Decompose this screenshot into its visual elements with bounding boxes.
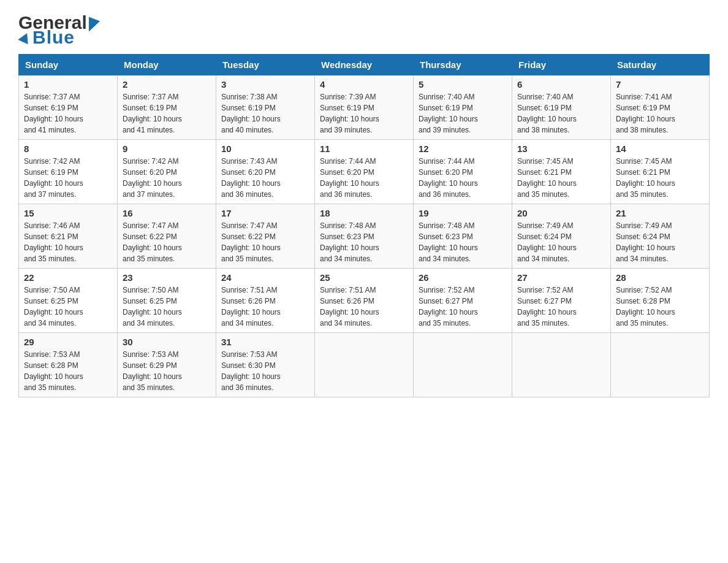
day-number: 25 — [320, 272, 408, 283]
day-info: Sunrise: 7:40 AMSunset: 6:19 PMDaylight:… — [419, 91, 507, 136]
col-header-monday: Monday — [118, 55, 216, 75]
week-row-2: 8 Sunrise: 7:42 AMSunset: 6:19 PMDayligh… — [19, 140, 710, 204]
week-row-3: 15 Sunrise: 7:46 AMSunset: 6:21 PMDaylig… — [19, 204, 710, 269]
day-info: Sunrise: 7:38 AMSunset: 6:19 PMDaylight:… — [221, 91, 309, 136]
col-header-saturday: Saturday — [611, 55, 710, 75]
day-number: 11 — [320, 144, 408, 154]
day-info: Sunrise: 7:37 AMSunset: 6:19 PMDaylight:… — [24, 91, 112, 136]
calendar-cell — [512, 333, 611, 397]
calendar-cell: 22 Sunrise: 7:50 AMSunset: 6:25 PMDaylig… — [19, 269, 118, 333]
day-info: Sunrise: 7:47 AMSunset: 6:22 PMDaylight:… — [123, 220, 211, 264]
week-row-5: 29 Sunrise: 7:53 AMSunset: 6:28 PMDaylig… — [19, 333, 710, 397]
calendar-cell: 29 Sunrise: 7:53 AMSunset: 6:28 PMDaylig… — [19, 333, 118, 397]
calendar-cell: 28 Sunrise: 7:52 AMSunset: 6:28 PMDaylig… — [611, 269, 710, 333]
day-number: 12 — [419, 144, 507, 154]
day-info: Sunrise: 7:39 AMSunset: 6:19 PMDaylight:… — [320, 91, 408, 136]
calendar-cell: 18 Sunrise: 7:48 AMSunset: 6:23 PMDaylig… — [315, 204, 414, 269]
calendar-cell: 14 Sunrise: 7:45 AMSunset: 6:21 PMDaylig… — [611, 140, 710, 204]
day-info: Sunrise: 7:52 AMSunset: 6:28 PMDaylight:… — [616, 285, 704, 329]
day-number: 31 — [221, 337, 309, 347]
day-number: 10 — [221, 144, 309, 154]
day-number: 30 — [123, 337, 211, 347]
day-info: Sunrise: 7:51 AMSunset: 6:26 PMDaylight:… — [221, 285, 309, 329]
calendar-cell: 19 Sunrise: 7:48 AMSunset: 6:23 PMDaylig… — [414, 204, 512, 269]
day-number: 23 — [123, 272, 211, 283]
day-number: 28 — [616, 272, 704, 283]
day-number: 7 — [616, 79, 704, 90]
calendar-cell: 25 Sunrise: 7:51 AMSunset: 6:26 PMDaylig… — [315, 269, 414, 333]
calendar-cell: 1 Sunrise: 7:37 AMSunset: 6:19 PMDayligh… — [19, 75, 118, 140]
logo-triangle-icon — [18, 31, 32, 44]
calendar-cell: 20 Sunrise: 7:49 AMSunset: 6:24 PMDaylig… — [512, 204, 611, 269]
day-number: 14 — [616, 144, 704, 154]
column-headers-row: SundayMondayTuesdayWednesdayThursdayFrid… — [19, 55, 710, 75]
day-info: Sunrise: 7:41 AMSunset: 6:19 PMDaylight:… — [616, 91, 704, 136]
day-info: Sunrise: 7:44 AMSunset: 6:20 PMDaylight:… — [419, 156, 507, 200]
calendar-cell: 11 Sunrise: 7:44 AMSunset: 6:20 PMDaylig… — [315, 140, 414, 204]
day-info: Sunrise: 7:50 AMSunset: 6:25 PMDaylight:… — [123, 285, 211, 329]
day-number: 19 — [419, 208, 507, 218]
calendar-body: 1 Sunrise: 7:37 AMSunset: 6:19 PMDayligh… — [19, 75, 710, 397]
day-number: 13 — [517, 144, 605, 154]
calendar-cell: 5 Sunrise: 7:40 AMSunset: 6:19 PMDayligh… — [414, 75, 512, 140]
day-number: 9 — [123, 144, 211, 154]
day-number: 17 — [221, 208, 309, 218]
day-number: 20 — [517, 208, 605, 218]
day-number: 5 — [419, 79, 507, 90]
day-info: Sunrise: 7:51 AMSunset: 6:26 PMDaylight:… — [320, 285, 408, 329]
calendar-cell — [414, 333, 512, 397]
calendar-table: SundayMondayTuesdayWednesdayThursdayFrid… — [18, 54, 710, 397]
day-number: 4 — [320, 79, 408, 90]
day-number: 27 — [517, 272, 605, 283]
calendar-cell: 8 Sunrise: 7:42 AMSunset: 6:19 PMDayligh… — [19, 140, 118, 204]
day-number: 29 — [24, 337, 112, 347]
day-info: Sunrise: 7:49 AMSunset: 6:24 PMDaylight:… — [517, 220, 605, 264]
day-number: 24 — [221, 272, 309, 283]
calendar-cell: 6 Sunrise: 7:40 AMSunset: 6:19 PMDayligh… — [512, 75, 611, 140]
calendar-cell: 16 Sunrise: 7:47 AMSunset: 6:22 PMDaylig… — [118, 204, 216, 269]
day-number: 8 — [24, 144, 112, 154]
day-number: 2 — [123, 79, 211, 90]
calendar-cell: 31 Sunrise: 7:53 AMSunset: 6:30 PMDaylig… — [216, 333, 315, 397]
day-info: Sunrise: 7:50 AMSunset: 6:25 PMDaylight:… — [24, 285, 112, 329]
calendar-cell: 26 Sunrise: 7:52 AMSunset: 6:27 PMDaylig… — [414, 269, 512, 333]
day-info: Sunrise: 7:48 AMSunset: 6:23 PMDaylight:… — [320, 220, 408, 264]
calendar-cell: 15 Sunrise: 7:46 AMSunset: 6:21 PMDaylig… — [19, 204, 118, 269]
calendar-cell: 24 Sunrise: 7:51 AMSunset: 6:26 PMDaylig… — [216, 269, 315, 333]
day-info: Sunrise: 7:46 AMSunset: 6:21 PMDaylight:… — [24, 220, 112, 264]
day-info: Sunrise: 7:42 AMSunset: 6:19 PMDaylight:… — [24, 156, 112, 200]
calendar-cell: 30 Sunrise: 7:53 AMSunset: 6:29 PMDaylig… — [118, 333, 216, 397]
day-info: Sunrise: 7:40 AMSunset: 6:19 PMDaylight:… — [517, 91, 605, 136]
calendar-cell: 23 Sunrise: 7:50 AMSunset: 6:25 PMDaylig… — [118, 269, 216, 333]
calendar-cell: 13 Sunrise: 7:45 AMSunset: 6:21 PMDaylig… — [512, 140, 611, 204]
day-number: 18 — [320, 208, 408, 218]
day-number: 26 — [419, 272, 507, 283]
day-info: Sunrise: 7:37 AMSunset: 6:19 PMDaylight:… — [123, 91, 211, 136]
day-info: Sunrise: 7:53 AMSunset: 6:30 PMDaylight:… — [221, 349, 309, 393]
col-header-friday: Friday — [512, 55, 611, 75]
day-number: 22 — [24, 272, 112, 283]
day-info: Sunrise: 7:49 AMSunset: 6:24 PMDaylight:… — [616, 220, 704, 264]
day-info: Sunrise: 7:44 AMSunset: 6:20 PMDaylight:… — [320, 156, 408, 200]
day-info: Sunrise: 7:52 AMSunset: 6:27 PMDaylight:… — [419, 285, 507, 329]
day-number: 3 — [221, 79, 309, 90]
day-info: Sunrise: 7:45 AMSunset: 6:21 PMDaylight:… — [517, 156, 605, 200]
col-header-sunday: Sunday — [19, 55, 118, 75]
week-row-4: 22 Sunrise: 7:50 AMSunset: 6:25 PMDaylig… — [19, 269, 710, 333]
day-info: Sunrise: 7:48 AMSunset: 6:23 PMDaylight:… — [419, 220, 507, 264]
calendar-cell: 3 Sunrise: 7:38 AMSunset: 6:19 PMDayligh… — [216, 75, 315, 140]
logo-arrow-icon — [89, 14, 100, 32]
day-info: Sunrise: 7:47 AMSunset: 6:22 PMDaylight:… — [221, 220, 309, 264]
calendar-cell — [611, 333, 710, 397]
day-info: Sunrise: 7:43 AMSunset: 6:20 PMDaylight:… — [221, 156, 309, 200]
week-row-1: 1 Sunrise: 7:37 AMSunset: 6:19 PMDayligh… — [19, 75, 710, 140]
day-info: Sunrise: 7:42 AMSunset: 6:20 PMDaylight:… — [123, 156, 211, 200]
day-number: 21 — [616, 208, 704, 218]
calendar-cell: 27 Sunrise: 7:52 AMSunset: 6:27 PMDaylig… — [512, 269, 611, 333]
logo: General Blue — [18, 12, 100, 48]
col-header-wednesday: Wednesday — [315, 55, 414, 75]
page-header: General Blue — [18, 12, 710, 48]
calendar-cell — [315, 333, 414, 397]
calendar-cell: 10 Sunrise: 7:43 AMSunset: 6:20 PMDaylig… — [216, 140, 315, 204]
day-info: Sunrise: 7:53 AMSunset: 6:28 PMDaylight:… — [24, 349, 112, 393]
